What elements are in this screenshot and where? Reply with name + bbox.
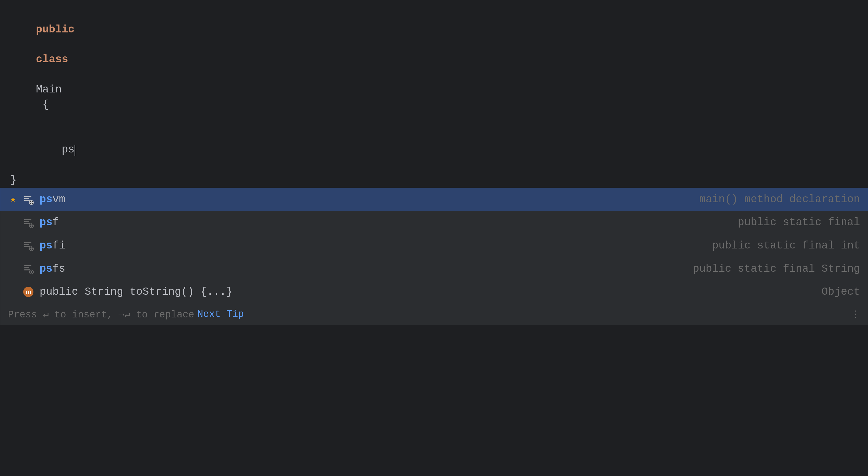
autocomplete-item-psf[interactable]: psf public static final [0, 211, 868, 234]
code-line-1: public class Main { [0, 7, 868, 127]
star-icon: ★ [8, 193, 18, 206]
keyword-public: public [36, 24, 74, 36]
svg-rect-6 [24, 219, 31, 220]
item-label-psvm: psvm [39, 192, 694, 207]
label-rest: fi [52, 240, 65, 252]
svg-rect-0 [24, 196, 31, 197]
keyword-class: class [36, 53, 68, 66]
label-rest: vm [52, 193, 65, 206]
svg-rect-2 [24, 200, 30, 201]
method-circle-icon: m [23, 287, 33, 297]
item-type-psf: public static final [738, 215, 860, 230]
footer-hint: Press ↵ to insert, →↵ to replace Next Ti… [8, 308, 244, 320]
item-label-psfs: psfs [39, 262, 688, 276]
text-cursor [74, 145, 75, 156]
svg-rect-1 [24, 198, 29, 199]
svg-rect-14 [24, 246, 30, 247]
label-highlight: ps [39, 240, 52, 252]
label-highlight: ps [39, 193, 52, 206]
brace-open: { [36, 98, 49, 111]
svg-rect-19 [24, 267, 29, 268]
label-highlight: ps [39, 263, 52, 275]
autocomplete-item-psvm[interactable]: ★ psvm main() method declaration [0, 188, 868, 211]
item-type-psfi: public static final int [712, 239, 860, 253]
label-rest: f [52, 216, 59, 229]
bottom-area [0, 325, 868, 476]
autocomplete-item-tostring[interactable]: m public String toString() {...} Object [0, 280, 868, 304]
item-type-psfs: public static final String [693, 262, 860, 276]
method-icon-tostring: m [23, 286, 34, 297]
svg-rect-18 [24, 265, 31, 266]
editor-area: public class Main { ps [0, 0, 868, 172]
template-icon-psfi [23, 240, 34, 251]
item-label-tostring: public String toString() {...} [39, 285, 816, 299]
code-line-2: ps [0, 127, 868, 172]
label-rest: fs [52, 263, 65, 275]
autocomplete-item-psfs[interactable]: psfs public static final String [0, 258, 868, 281]
svg-rect-20 [24, 269, 30, 270]
label-highlight: ps [39, 216, 52, 229]
template-icon-psf [23, 217, 34, 228]
svg-rect-8 [24, 223, 30, 224]
more-options-button[interactable]: ⋮ [851, 309, 860, 320]
autocomplete-item-psfi[interactable]: psfi public static final int [0, 234, 868, 258]
autocomplete-footer: Press ↵ to insert, →↵ to replace Next Ti… [0, 304, 868, 325]
item-label-psf: psf [39, 215, 733, 230]
label-full: public String toString() {...} [39, 286, 232, 298]
next-tip-button[interactable]: Next Tip [197, 309, 244, 320]
svg-rect-7 [24, 221, 29, 222]
template-icon-psvm [23, 194, 34, 205]
hint-text: Press ↵ to insert, →↵ to replace [8, 308, 194, 320]
autocomplete-popup: ★ psvm main() method declaration [0, 188, 868, 325]
class-name: Main [36, 84, 62, 96]
template-icon-psfs [23, 263, 34, 274]
item-type-tostring: Object [822, 285, 860, 299]
typed-text: ps [62, 144, 74, 156]
svg-rect-13 [24, 244, 29, 245]
item-type-psvm: main() method declaration [699, 192, 860, 207]
item-label-psfi: psfi [39, 239, 707, 253]
closing-brace-line: } [0, 172, 868, 188]
indent [36, 144, 62, 156]
svg-rect-12 [24, 242, 31, 243]
